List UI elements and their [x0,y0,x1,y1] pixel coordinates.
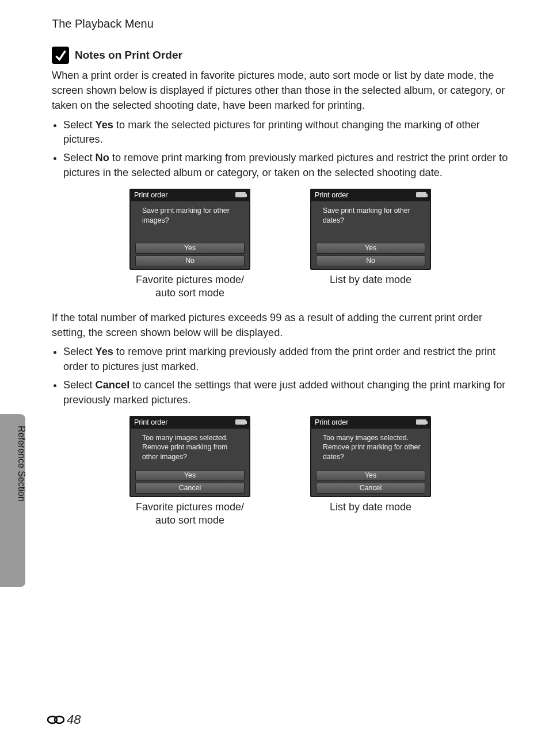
list-item: Select No to remove print marking from p… [63,151,509,181]
li-bold: No [96,152,109,163]
bullet-list-2: Select Yes to remove print marking previ… [52,345,509,407]
list-item: Select Cancel to cancel the settings tha… [63,378,509,408]
dialog-message: Too many images selected. Remove print m… [129,429,250,470]
dialog-title: Print order [134,191,167,199]
li-tail: to remove print marking previously added… [63,346,495,372]
section-header: The Playback Menu [52,17,509,30]
dialog-titlebar: Print order [310,416,431,429]
li-bold: Yes [96,346,113,357]
dialog-titlebar: Print order [310,189,431,201]
li-lead: Select [63,379,96,391]
cancel-button[interactable]: Cancel [135,483,245,494]
caption-line: Favorite pictures mode/ [136,274,244,285]
cancel-button[interactable]: Cancel [316,483,425,494]
battery-icon [416,419,426,425]
page-content: The Playback Menu Notes on Print Order W… [0,0,549,555]
page-footer: 48 [47,712,81,727]
dialog-caption: List by date mode [330,273,411,287]
caption-line: List by date mode [330,274,411,285]
li-lead: Select [63,119,96,131]
dialog-message: Save print marking for other images? [129,201,250,243]
yes-button[interactable]: Yes [316,243,425,254]
li-bold: Yes [96,119,113,131]
list-item: Select Yes to remove print marking previ… [63,345,509,375]
li-tail: to mark the selected pictures for printi… [63,119,480,146]
dialog-buttons: Yes Cancel [310,470,431,494]
dialog-caption: List by date mode [330,501,411,514]
dialog-message: Save print marking for other dates? [310,201,431,243]
no-button[interactable]: No [135,255,245,266]
dialog-group: Print order Too many images selected. Re… [304,416,437,528]
list-item: Select Yes to mark the selected pictures… [63,118,509,148]
caption-line: auto sort mode [155,514,224,526]
yes-button[interactable]: Yes [135,470,245,481]
caption-line: Favorite pictures mode/ [136,501,244,513]
dialog-title: Print order [315,191,348,199]
yes-button[interactable]: Yes [316,470,425,481]
print-order-dialog: Print order Save print marking for other… [310,189,431,270]
caption-line: List by date mode [330,501,411,513]
dialog-buttons: Yes Cancel [129,470,250,494]
print-order-dialog: Print order Too many images selected. Re… [129,416,250,497]
dialog-caption: Favorite pictures mode/ auto sort mode [136,501,244,528]
li-tail: to remove print marking from previously … [63,152,508,178]
reference-link-icon [47,715,64,725]
note-heading-row: Notes on Print Order [52,47,509,64]
li-tail: to cancel the settings that were just ad… [63,379,505,406]
dialog-row-2: Print order Too many images selected. Re… [52,416,509,528]
svg-point-1 [55,716,64,723]
dialog-titlebar: Print order [129,416,250,429]
dialog-title: Print order [315,418,348,426]
dialog-caption: Favorite pictures mode/ auto sort mode [136,273,244,300]
dialog-titlebar: Print order [129,189,250,201]
no-button[interactable]: No [316,255,425,266]
bullet-list-1: Select Yes to mark the selected pictures… [52,118,509,181]
battery-icon [235,419,246,425]
dialog-buttons: Yes No [129,243,250,266]
page-number: 48 [67,712,81,727]
caution-icon [52,47,69,64]
paragraph-2: If the total number of marked pictures e… [52,311,509,341]
li-lead: Select [63,346,96,357]
dialog-group: Print order Too many images selected. Re… [124,416,256,528]
dialog-buttons: Yes No [310,243,431,266]
li-bold: Cancel [96,379,130,391]
yes-button[interactable]: Yes [135,243,245,254]
caption-line: auto sort mode [155,287,224,299]
print-order-dialog: Print order Save print marking for other… [129,189,250,270]
dialog-group: Print order Save print marking for other… [304,189,437,300]
dialog-group: Print order Save print marking for other… [124,189,256,300]
battery-icon [416,192,426,197]
battery-icon [235,192,246,197]
print-order-dialog: Print order Too many images selected. Re… [310,416,431,497]
dialog-message: Too many images selected. Remove print m… [310,429,431,470]
dialog-title: Print order [134,418,167,426]
side-section-label: Reference Section [16,426,26,502]
note-title: Notes on Print Order [75,49,182,62]
paragraph-1: When a print order is created in favorit… [52,68,509,113]
dialog-row-1: Print order Save print marking for other… [52,189,509,300]
li-lead: Select [63,152,96,163]
